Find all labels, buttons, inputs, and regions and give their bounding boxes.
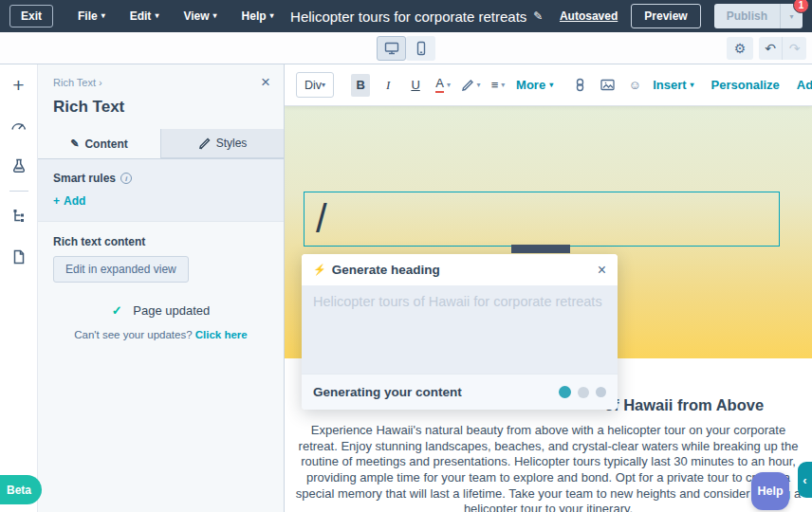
page-updated-status: ✓ Page updated — [53, 303, 268, 318]
breadcrumb-label: Rich Text — [53, 77, 96, 88]
monitor-icon — [384, 41, 399, 56]
align-button[interactable]: ≡ ▾ — [489, 74, 508, 97]
redo-icon: ↷ — [789, 41, 801, 56]
modal-header: ⚡ Generate heading × — [302, 254, 618, 285]
rich-text-content-section: Rich text content Edit in expanded view … — [38, 222, 284, 354]
add-smart-rule-button[interactable]: + Add — [53, 194, 85, 208]
highlight-color-button[interactable]: ▾ — [461, 74, 480, 97]
font-color-letter: A — [435, 77, 444, 92]
prompt-placeholder: Helicopter tours of Hawaii for corporate… — [313, 294, 606, 309]
add-module-rail-button[interactable]: + — [9, 74, 29, 95]
module-settings-panel: Rich Text › × Rich Text ✎ Content — [38, 64, 285, 512]
add-label: Add — [64, 194, 85, 208]
insert-menu-button[interactable]: Insert ▾ — [653, 78, 693, 92]
sitemap-icon — [10, 208, 28, 225]
module-drag-handle[interactable] — [511, 245, 570, 253]
font-color-button[interactable]: A ▾ — [434, 74, 452, 97]
top-bar: Exit File ▾ Edit ▾ View ▾ Help ▾ Helicop… — [0, 0, 812, 32]
insert-link-button[interactable] — [570, 74, 589, 97]
breadcrumb[interactable]: Rich Text › — [53, 77, 102, 88]
advanced-label: Advanced — [797, 78, 812, 92]
bold-button[interactable]: B — [351, 74, 370, 97]
autosaved-status[interactable]: Autosaved — [560, 9, 618, 23]
format-selector-value: Div — [304, 79, 322, 92]
highlighter-icon — [461, 79, 474, 92]
tab-styles[interactable]: Styles — [161, 129, 284, 158]
close-icon[interactable]: × — [598, 263, 606, 278]
tab-content-label: Content — [84, 137, 127, 151]
document-icon — [10, 248, 28, 265]
menu-bar: File ▾ Edit ▾ View ▾ Help ▾ — [78, 9, 274, 23]
page-updated-label: Page updated — [133, 303, 210, 318]
help-button[interactable]: Help — [751, 472, 789, 510]
menu-help[interactable]: Help ▾ — [242, 9, 274, 23]
page-rail-button[interactable] — [9, 247, 29, 267]
underline-button[interactable]: U — [406, 74, 425, 97]
settings-button[interactable]: ⚙ — [727, 37, 753, 60]
italic-button[interactable]: I — [378, 74, 397, 97]
publish-button-group: Publish ▾ 1 — [714, 4, 803, 28]
loading-dots — [559, 386, 606, 398]
loading-dot — [596, 387, 606, 397]
insert-image-button[interactable] — [598, 74, 617, 97]
gear-icon: ⚙ — [734, 41, 747, 56]
chevron-down-icon: ▾ — [549, 82, 553, 89]
contents-tree-rail-button[interactable] — [9, 206, 29, 227]
rich-text-content-label: Rich text content — [53, 235, 268, 248]
chevron-down-icon: ▾ — [447, 82, 451, 89]
tab-content[interactable]: ✎ Content — [38, 129, 161, 158]
more-menu-button[interactable]: More ▾ — [516, 78, 553, 92]
pencil-icon: ✎ — [70, 137, 79, 150]
device-preview-toggle — [377, 36, 435, 61]
edit-title-icon[interactable]: ✎ — [533, 9, 543, 23]
test-rail-button[interactable] — [9, 155, 29, 176]
notification-badge: 1 — [793, 0, 809, 13]
check-icon: ✓ — [112, 303, 122, 318]
undo-icon: ↶ — [765, 41, 776, 56]
format-selector[interactable]: Div ▾ — [296, 72, 334, 98]
selected-rich-text-module[interactable]: / — [304, 192, 780, 247]
menu-view[interactable]: View ▾ — [183, 9, 216, 23]
menu-file[interactable]: File ▾ — [78, 9, 105, 23]
canvas-controls: ⚙ ↶ ↷ — [727, 37, 806, 60]
publish-button[interactable]: Publish — [714, 4, 780, 28]
preview-button[interactable]: Preview — [631, 4, 700, 28]
panel-title: Rich Text — [53, 98, 268, 117]
menu-view-label: View — [183, 9, 209, 23]
optimize-rail-button[interactable] — [9, 115, 29, 136]
edit-expanded-view-button[interactable]: Edit in expanded view — [53, 256, 189, 283]
undo-button[interactable]: ↶ — [759, 37, 783, 60]
personalize-label: Personalize — [711, 78, 780, 92]
smiley-icon: ☺ — [629, 78, 641, 92]
align-icon: ≡ — [491, 78, 499, 92]
page-editor: Exit File ▾ Edit ▾ View ▾ Help ▾ Helicop… — [0, 0, 812, 512]
smart-rules-label: Smart rules i — [53, 172, 268, 185]
lightning-bolt-icon: ⚡ — [313, 264, 326, 276]
menu-file-label: File — [78, 9, 98, 23]
link-icon — [575, 78, 585, 92]
close-icon[interactable]: × — [261, 74, 270, 90]
prompt-input[interactable]: Helicopter tours of Hawaii for corporate… — [302, 285, 618, 374]
mobile-view-button[interactable] — [406, 36, 435, 61]
menu-help-label: Help — [242, 9, 267, 23]
menu-edit[interactable]: Edit ▾ — [130, 9, 159, 23]
advanced-menu-button[interactable]: Advanced ▾ — [797, 78, 812, 92]
info-icon[interactable]: i — [120, 173, 132, 184]
desktop-view-button[interactable] — [377, 36, 406, 61]
collapse-panel-tab[interactable]: ‹ — [798, 462, 812, 498]
chevron-down-icon: ▾ — [322, 82, 325, 89]
redo-button[interactable]: ↷ — [783, 37, 806, 60]
page-canvas: / ⚡ Generate heading × Helicopter tours … — [285, 106, 812, 512]
generating-status: Generating your content — [313, 385, 462, 399]
chevron-down-icon: ▾ — [691, 82, 694, 89]
exit-button[interactable]: Exit — [9, 5, 53, 27]
page-heading: of Hawaii from Above — [604, 396, 764, 414]
paintbrush-icon — [198, 137, 211, 150]
loading-dot — [578, 387, 589, 398]
insert-emoji-button[interactable]: ☺ — [625, 74, 644, 97]
chevron-down-icon: ▾ — [102, 12, 105, 20]
updates-question: Can't see your updates? — [74, 329, 192, 340]
personalize-button[interactable]: Personalize — [711, 78, 780, 92]
click-here-link[interactable]: Click here — [195, 329, 248, 340]
smart-rules-section: Smart rules i + Add — [38, 159, 284, 222]
